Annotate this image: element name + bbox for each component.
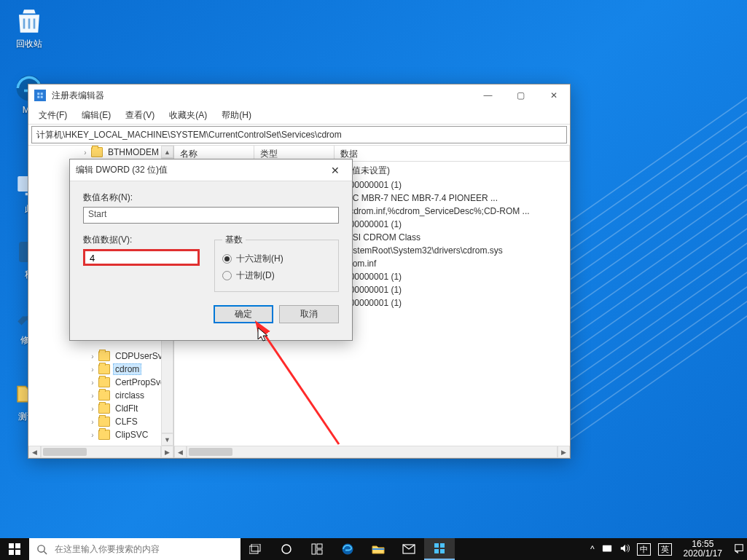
svg-rect-16 <box>249 546 258 553</box>
svg-rect-21 <box>317 550 322 554</box>
window-title: 注册表编辑器 <box>52 90 472 102</box>
cortana-button[interactable] <box>271 538 302 560</box>
taskbar-regedit[interactable] <box>424 538 455 560</box>
radix-hex-radio[interactable]: 十六进制(H) <box>222 251 331 267</box>
svg-rect-11 <box>15 543 20 548</box>
svg-rect-10 <box>9 543 14 548</box>
svg-rect-19 <box>312 544 316 554</box>
tray-network-icon[interactable] <box>602 543 612 556</box>
tree-hscroll[interactable]: ◀▶ <box>28 446 173 458</box>
minimize-button[interactable]: ― <box>472 84 504 106</box>
task-view-button[interactable] <box>240 538 271 560</box>
taskbar-search[interactable]: 在这里输入你要搜索的内容 <box>29 538 240 560</box>
value-name-label: 数值名称(N): <box>83 192 339 204</box>
search-icon <box>36 544 47 555</box>
taskbar: 在这里输入你要搜索的内容 ^ 中 英 16:55 2020/1/17 <box>0 538 747 560</box>
value-data-label: 数值数据(V): <box>83 234 200 246</box>
svg-rect-8 <box>41 96 43 98</box>
svg-rect-20 <box>317 544 322 548</box>
tray-volume-icon[interactable] <box>619 543 630 556</box>
menubar: 文件(F) 编辑(E) 查看(V) 收藏夹(A) 帮助(H) <box>28 106 570 125</box>
tree-node[interactable]: ›CldFlt <box>28 402 173 415</box>
edit-dword-dialog: 编辑 DWORD (32 位)值 ✕ 数值名称(N): Start 数值数据(V… <box>69 159 353 341</box>
tree-node[interactable]: ›CLFS <box>28 415 173 428</box>
maximize-button[interactable]: ▢ <box>504 84 537 106</box>
svg-rect-6 <box>41 92 43 95</box>
ok-button[interactable]: 确定 <box>214 305 273 323</box>
tree-node[interactable]: ›circlass <box>28 389 173 402</box>
svg-line-15 <box>44 551 47 554</box>
svg-rect-29 <box>602 545 611 551</box>
menu-favorites[interactable]: 收藏夹(A) <box>163 107 213 124</box>
dialog-titlebar[interactable]: 编辑 DWORD (32 位)值 ✕ <box>70 159 352 181</box>
tree-node[interactable]: ›ClipSVC <box>28 428 173 441</box>
dialog-title: 编辑 DWORD (32 位)值 <box>76 164 324 176</box>
radix-group: 基数 十六进制(H) 十进制(D) <box>214 234 339 292</box>
value-name-field[interactable]: Start <box>83 207 339 224</box>
regedit-icon <box>34 90 46 101</box>
close-button[interactable]: ✕ <box>537 84 570 106</box>
start-button[interactable] <box>0 538 29 560</box>
tray-notifications-icon[interactable] <box>734 543 744 556</box>
svg-point-14 <box>38 545 44 551</box>
tray-caret[interactable]: ^ <box>590 544 595 554</box>
svg-rect-30 <box>735 544 743 551</box>
decorative-stripes <box>558 146 747 401</box>
svg-rect-7 <box>37 96 39 98</box>
tree-node[interactable]: ›cdrom <box>28 363 173 376</box>
taskbar-explorer[interactable] <box>363 538 394 560</box>
system-tray: ^ 中 英 16:55 2020/1/17 <box>587 538 747 560</box>
svg-rect-25 <box>434 543 439 548</box>
radix-label: 基数 <box>222 234 246 246</box>
svg-rect-28 <box>440 549 445 553</box>
tree-node[interactable]: ›BTHMODEM^ <box>28 146 173 159</box>
svg-rect-26 <box>440 543 445 548</box>
cancel-button[interactable]: 取消 <box>279 305 339 323</box>
search-placeholder: 在这里输入你要搜索的内容 <box>55 543 160 556</box>
menu-edit[interactable]: 编辑(E) <box>76 107 117 124</box>
desktop-icon-recycle-bin[interactable]: 回收站 <box>4 6 55 50</box>
task-icons <box>240 538 455 560</box>
svg-point-18 <box>282 545 291 553</box>
value-data-input[interactable]: 4 <box>83 249 200 266</box>
svg-rect-13 <box>15 550 20 555</box>
titlebar[interactable]: 注册表编辑器 ― ▢ ✕ <box>28 84 570 106</box>
windows-icon <box>9 543 20 555</box>
taskbar-app-1[interactable] <box>302 538 332 560</box>
tree-node[interactable]: ›CDPUserSvc <box>28 350 173 363</box>
menu-help[interactable]: 帮助(H) <box>216 107 257 124</box>
radix-dec-radio[interactable]: 十进制(D) <box>222 267 331 284</box>
taskbar-mail[interactable] <box>394 538 424 560</box>
taskbar-edge[interactable] <box>332 538 363 560</box>
recycle-bin-icon <box>14 6 44 36</box>
menu-file[interactable]: 文件(F) <box>33 107 73 124</box>
tree-node[interactable]: ›CertPropSvc <box>28 376 173 389</box>
list-hscroll[interactable]: ◀▶ <box>174 446 570 458</box>
tray-date: 2020/1/17 <box>684 549 722 559</box>
svg-rect-12 <box>9 550 14 555</box>
address-bar[interactable]: 计算机\HKEY_LOCAL_MACHINE\SYSTEM\CurrentCon… <box>31 126 567 143</box>
menu-view[interactable]: 查看(V) <box>120 107 160 124</box>
svg-rect-23 <box>372 548 384 550</box>
col-data[interactable]: 数据 <box>335 146 570 161</box>
svg-rect-17 <box>251 544 260 551</box>
tray-ime2[interactable]: 英 <box>658 543 672 556</box>
svg-rect-27 <box>434 549 439 553</box>
svg-rect-5 <box>37 92 39 95</box>
tray-clock[interactable]: 16:55 2020/1/17 <box>679 540 727 559</box>
desktop-icon-label: 回收站 <box>16 39 42 49</box>
dialog-close-button[interactable]: ✕ <box>324 161 346 179</box>
tray-ime[interactable]: 中 <box>637 543 651 556</box>
